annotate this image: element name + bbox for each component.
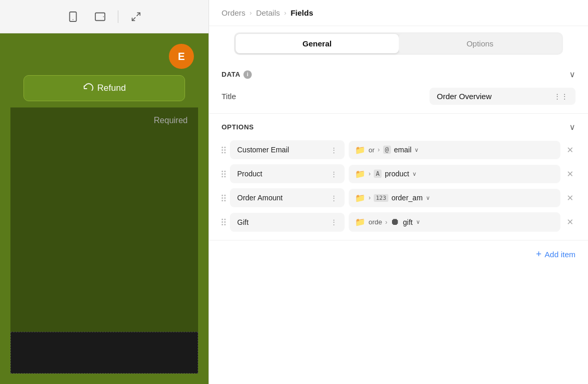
table-row: Customer Email ⋮ 📁 or › @ email ∨ ✕ — [222, 140, 575, 159]
option-label-box: Order Amount ⋮ — [230, 188, 345, 207]
title-field-label: Title — [222, 92, 236, 101]
tabs-wrapper: General Options — [209, 26, 588, 61]
option-label: Customer Email — [237, 146, 289, 154]
option-label: Gift — [237, 218, 249, 226]
arrow-icon: › — [378, 146, 380, 153]
add-item-button[interactable]: + Add item — [536, 249, 575, 260]
add-item-label: Add item — [545, 250, 575, 259]
avatar: E — [169, 44, 194, 69]
required-label: Required — [154, 116, 188, 125]
type-icon: 123 — [374, 194, 388, 202]
data-chevron-icon[interactable]: ∨ — [569, 69, 575, 79]
title-value-text: Order Overview — [437, 92, 492, 101]
options-section-header: OPTIONS ∨ — [222, 122, 575, 132]
option-value-text: gift — [403, 218, 413, 226]
type-icon: @ — [383, 146, 391, 154]
dropdown-arrow-icon: ∨ — [414, 147, 419, 153]
breadcrumb: Orders › Details › Fields — [209, 0, 588, 26]
drag-handle[interactable] — [222, 195, 226, 201]
dropdown-arrow-icon: ∨ — [426, 195, 430, 201]
option-menu-icon[interactable]: ⋮ — [330, 218, 337, 226]
folder-icon: 📁 — [355, 193, 365, 203]
option-menu-icon[interactable]: ⋮ — [330, 194, 337, 202]
toolbar — [0, 0, 209, 33]
preview-area: E Refund Required — [0, 33, 209, 384]
folder-icon: 📁 — [355, 145, 365, 155]
option-label: Product — [237, 170, 262, 178]
option-value-text: order_am — [391, 194, 423, 202]
close-icon[interactable]: ✕ — [565, 191, 575, 205]
options-section: OPTIONS ∨ Customer Email ⋮ 📁 or — [209, 114, 588, 241]
dark-section — [10, 332, 198, 374]
option-value-box[interactable]: 📁 orde › ⏺ gift ∨ — [349, 212, 560, 232]
folder-icon: 📁 — [355, 217, 365, 227]
table-row: Gift ⋮ 📁 orde › ⏺ gift ∨ ✕ — [222, 212, 575, 232]
arrow-icon: › — [369, 170, 371, 177]
breadcrumb-sep-1: › — [250, 9, 252, 17]
option-menu-icon[interactable]: ⋮ — [330, 146, 337, 154]
option-value-text: email — [394, 146, 411, 154]
option-value-text: product — [385, 170, 409, 178]
options-list: Customer Email ⋮ 📁 or › @ email ∨ ✕ — [222, 140, 575, 232]
toggle-icon: ⏺ — [390, 217, 400, 227]
tab-general[interactable]: General — [236, 34, 399, 53]
tab-options[interactable]: Options — [399, 34, 562, 53]
expand-icon[interactable] — [127, 7, 145, 26]
option-label-box: Product ⋮ — [230, 164, 345, 183]
breadcrumb-sep-2: › — [284, 9, 286, 17]
left-panel: E Refund Required — [0, 0, 209, 384]
title-dots-icon[interactable]: ⋮⋮ — [554, 92, 568, 101]
option-menu-icon[interactable]: ⋮ — [330, 170, 337, 178]
svg-line-4 — [137, 13, 140, 16]
option-label: Order Amount — [237, 194, 283, 202]
right-panel: Orders › Details › Fields General Option… — [209, 0, 588, 384]
dropdown-arrow-icon: ∨ — [412, 171, 416, 177]
option-prefix: or — [369, 146, 375, 154]
svg-rect-0 — [69, 11, 76, 21]
options-section-title: OPTIONS — [222, 123, 254, 131]
folder-icon: 📁 — [355, 169, 365, 179]
close-icon[interactable]: ✕ — [565, 215, 575, 229]
option-label-box: Customer Email ⋮ — [230, 140, 345, 159]
breadcrumb-details[interactable]: Details — [256, 8, 280, 17]
drag-handle[interactable] — [222, 147, 226, 153]
option-value-box[interactable]: 📁 › 123 order_am ∨ — [349, 189, 560, 207]
title-row: Title Order Overview ⋮⋮ — [222, 88, 575, 105]
add-item-row: + Add item — [209, 241, 588, 268]
table-row: Product ⋮ 📁 › A product ∨ ✕ — [222, 164, 575, 183]
data-section-title: DATA i — [222, 70, 252, 79]
breadcrumb-orders[interactable]: Orders — [222, 8, 246, 17]
type-icon: A — [374, 170, 382, 178]
arrow-icon: › — [369, 194, 371, 201]
options-chevron-icon[interactable]: ∨ — [569, 122, 575, 132]
drag-handle[interactable] — [222, 171, 226, 177]
tablet-icon[interactable] — [91, 7, 109, 26]
table-row: Order Amount ⋮ 📁 › 123 order_am ∨ ✕ — [222, 188, 575, 207]
option-value-box[interactable]: 📁 › A product ∨ — [349, 165, 560, 183]
option-value-box[interactable]: 📁 or › @ email ∨ — [349, 141, 560, 159]
add-item-plus-icon: + — [536, 249, 542, 260]
tabs-row: General Options — [234, 32, 563, 55]
data-info-icon[interactable]: i — [243, 70, 252, 79]
phone-icon[interactable] — [64, 7, 82, 26]
breadcrumb-fields: Fields — [290, 8, 313, 17]
option-prefix: orde — [369, 218, 382, 226]
refund-button[interactable]: Refund — [23, 75, 185, 101]
required-section: Required — [10, 107, 198, 332]
drag-handle[interactable] — [222, 219, 226, 225]
dropdown-arrow-icon: ∨ — [416, 219, 420, 225]
arrow-icon: › — [385, 219, 387, 226]
option-label-box: Gift ⋮ — [230, 213, 345, 232]
close-icon[interactable]: ✕ — [565, 167, 575, 181]
data-section: DATA i ∨ Title Order Overview ⋮⋮ — [209, 61, 588, 114]
toolbar-divider — [118, 10, 118, 23]
title-value-box[interactable]: Order Overview ⋮⋮ — [430, 88, 575, 105]
close-icon[interactable]: ✕ — [565, 143, 575, 157]
svg-line-5 — [132, 17, 135, 20]
data-section-header: DATA i ∨ — [222, 69, 575, 79]
